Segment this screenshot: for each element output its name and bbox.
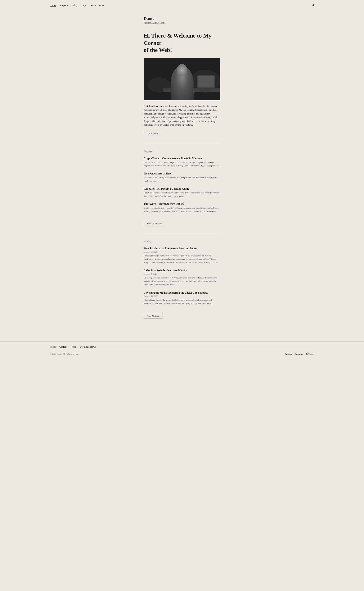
svg-point-20 [188, 81, 192, 84]
footer: About Contact Terms Download theme © 202… [0, 341, 364, 359]
project-title-3[interactable]: RoboChef - AI Powered Cooking Guide [144, 187, 220, 190]
svg-point-12 [179, 73, 189, 78]
post-item-3: Unveiling the Magic: Exploring the Lates… [144, 291, 220, 305]
nav-link-blog[interactable]: Blog [72, 4, 77, 7]
theme-toggle-dot[interactable] [312, 4, 314, 6]
svg-rect-15 [185, 80, 188, 82]
post-title-2[interactable]: A Guide to Web Performance Metrics [144, 269, 220, 272]
svg-point-17 [181, 83, 188, 86]
project-desc-1: CryptoTrader Dashboard is a comprehensiv… [144, 161, 220, 168]
projects-section-label: Projects [144, 150, 220, 153]
post-date-2: January 3, 2024 [144, 273, 220, 275]
post-item-2: A Guide to Web Performance Metrics Janua… [144, 269, 220, 286]
svg-rect-7 [205, 88, 207, 90]
svg-rect-13 [179, 75, 189, 78]
view-all-projects-button[interactable]: View All Projects [144, 221, 165, 226]
svg-rect-4 [163, 88, 220, 92]
svg-rect-6 [198, 76, 214, 87]
projects-divider [144, 144, 220, 144]
svg-rect-9 [176, 86, 194, 96]
project-title-4[interactable]: TimeWarp - Travel Agency Website [144, 202, 220, 206]
project-desc-4: Explore the possibilities of time travel… [144, 206, 220, 213]
svg-rect-10 [180, 86, 183, 96]
view-all-posts-button[interactable]: View All Posts [144, 313, 163, 318]
post-desc-2: Dive deep into web performance metrics, … [144, 276, 220, 286]
project-desc-2: PixelPerfect Art Gallery is an innovativ… [144, 176, 220, 183]
footer-social-twitter[interactable]: X/Twitter [306, 353, 314, 355]
post-item-1: Your Roadmap to Framework Selection Succ… [144, 247, 220, 264]
project-item-1: CryptoTrader - Cryptocurrency Portfolio … [144, 157, 220, 168]
svg-point-19 [188, 81, 192, 87]
main-nav: Home Projects Blog Tags Astro Themes [0, 0, 364, 10]
footer-bottom: © 2024 Dante. All rights reserved. Dribb… [50, 351, 314, 359]
nav-links: Home Projects Blog Tags Astro Themes [50, 3, 104, 7]
svg-point-18 [185, 84, 190, 89]
site-subtitle: Minimal Astro.js theme [144, 21, 220, 24]
nav-item-home[interactable]: Home [50, 3, 56, 7]
svg-point-11 [179, 75, 189, 87]
post-title-1[interactable]: Your Roadmap to Framework Selection Succ… [144, 247, 220, 250]
project-item-4: TimeWarp - Travel Agency Website Explore… [144, 202, 220, 213]
nav-link-tags[interactable]: Tags [81, 4, 86, 7]
project-desc-3: RoboChef Recipe Assistant is a groundbre… [144, 191, 220, 198]
main-content: Dante Minimal Astro.js theme Hi There & … [144, 10, 220, 330]
nav-link-projects[interactable]: Projects [60, 4, 68, 7]
project-title-1[interactable]: CryptoTrader - Cryptocurrency Portfolio … [144, 157, 220, 160]
svg-point-8 [174, 86, 195, 97]
footer-links: About Contact Terms Download theme [50, 342, 314, 351]
writing-section: Writing Your Roadmap to Framework Select… [144, 240, 220, 319]
writing-section-label: Writing [144, 240, 220, 243]
hero-section: Dante Minimal Astro.js theme Hi There & … [144, 16, 220, 136]
nav-item-tags[interactable]: Tags [81, 3, 86, 7]
footer-link-terms[interactable]: Terms [70, 345, 76, 348]
nav-item-astro-themes[interactable]: Astro Themes [90, 3, 104, 7]
svg-rect-14 [181, 80, 184, 82]
post-title-3[interactable]: Unveiling the Magic: Exploring the Lates… [144, 291, 220, 294]
projects-section: Projects CryptoTrader - Cryptocurrency P… [144, 150, 220, 226]
post-date-3: October 11, 2023 [144, 295, 220, 297]
project-title-2[interactable]: PixelPerfect Art Gallery [144, 172, 220, 175]
hero-heading: Hi There & Welcome to My Corner of the W… [144, 32, 220, 54]
nav-item-projects[interactable]: Projects [60, 3, 68, 7]
bio-text: I'm Ethan Donovan, a web developer at Am… [144, 104, 220, 127]
footer-link-download[interactable]: Download theme [80, 345, 96, 348]
project-item-2: PixelPerfect Art Gallery PixelPerfect Ar… [144, 172, 220, 183]
site-title: Dante [144, 16, 220, 21]
hero-image [144, 58, 220, 100]
post-desc-3: Highlight and explain the newest CSS fea… [144, 298, 220, 305]
project-item-3: RoboChef - AI Powered Cooking Guide Robo… [144, 187, 220, 198]
nav-item-blog[interactable]: Blog [72, 3, 77, 7]
writing-divider [144, 234, 220, 234]
footer-social-dribbble[interactable]: Dribbble [285, 353, 292, 355]
nav-link-home[interactable]: Home [50, 4, 56, 7]
nav-link-astro-themes[interactable]: Astro Themes [90, 4, 104, 7]
footer-copyright: © 2024 Dante. All rights reserved. [50, 353, 79, 355]
footer-link-about[interactable]: About [50, 345, 56, 348]
footer-social-links: Dribbble Instagram X/Twitter [285, 353, 314, 355]
post-desc-1: Choosing the right framework for your we… [144, 254, 220, 264]
bio-name: Ethan Donovan [147, 105, 162, 107]
footer-social-instagram[interactable]: Instagram [295, 353, 303, 355]
footer-link-contact[interactable]: Contact [59, 345, 66, 348]
post-date-1: January 11, 2024 [144, 251, 220, 253]
get-in-touch-button[interactable]: Get in Touch [144, 131, 161, 136]
